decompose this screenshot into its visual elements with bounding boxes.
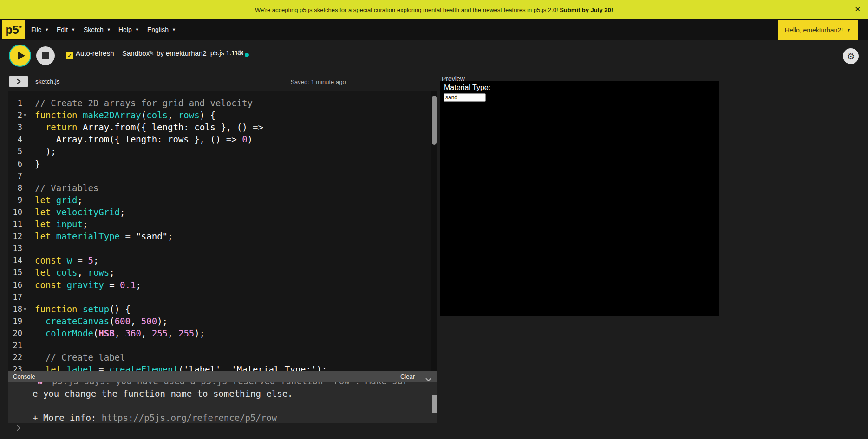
code-editor[interactable]: 1// Create 2D arrays for grid and veloci… <box>8 91 437 371</box>
code-text: let grid; <box>35 194 83 206</box>
more-info-link[interactable]: https://p5js.org/reference/p5/row <box>102 413 277 423</box>
code-line: 2▾function make2DArray(cols, rows) { <box>8 109 437 121</box>
user-menu-label: Hello, emekturhan2! <box>785 26 843 34</box>
code-line: 5 ); <box>8 145 437 157</box>
line-number: 21 <box>8 339 22 351</box>
line-number: 6 <box>8 158 22 170</box>
auto-refresh-label: Auto-refresh <box>76 49 114 57</box>
auto-refresh-checkbox[interactable]: ✓ <box>66 52 73 59</box>
line-number: 11 <box>8 218 22 230</box>
line-number: 22 <box>8 351 22 363</box>
announcement-cta: Submit by July 20! <box>560 6 613 13</box>
console-prompt-icon <box>16 425 20 431</box>
console-input[interactable] <box>16 425 20 433</box>
project-owner[interactable]: by emekturhan2 <box>157 49 207 57</box>
console-title: Console <box>13 373 35 380</box>
menu-label: Sketch <box>84 26 104 33</box>
code-line: 21 <box>8 339 437 351</box>
user-menu-button[interactable]: Hello, emekturhan2! ▼ <box>778 20 858 40</box>
close-icon[interactable]: ✕ <box>855 5 861 13</box>
fold-arrow-icon[interactable]: ▾ <box>24 303 26 315</box>
material-type-label: Material Type: <box>444 84 490 92</box>
line-number: 2 <box>8 109 22 121</box>
code-text: // Variables <box>35 182 98 194</box>
chevron-down-icon: ▼ <box>71 27 75 32</box>
line-number: 12 <box>8 230 22 242</box>
material-type-input[interactable] <box>444 93 486 102</box>
console-more-info-line: + More info: https://p5js.org/reference/… <box>33 412 277 423</box>
code-line: 7 <box>8 170 437 182</box>
menu-help[interactable]: Help▼ <box>118 25 139 34</box>
saved-status: Saved: 1 minute ago <box>269 78 367 85</box>
chevron-down-icon: ▼ <box>135 27 139 32</box>
line-number: 20 <box>8 327 22 339</box>
code-text: createCanvas(600, 500); <box>35 315 168 327</box>
code-line: 15let cols, rows; <box>8 266 437 278</box>
menu-edit[interactable]: Edit▼ <box>57 25 75 34</box>
line-number: 14 <box>8 254 22 266</box>
menu-sketch[interactable]: Sketch▼ <box>84 25 111 34</box>
stop-icon <box>42 52 49 59</box>
console-clear-button[interactable]: Clear <box>400 373 415 380</box>
console-output: ✿ p5.js says: you have used a p5.js rese… <box>8 382 437 423</box>
line-number: 17 <box>8 291 22 303</box>
code-text: return Array.from({ length: cols }, () =… <box>35 121 263 133</box>
code-text: // Create label <box>35 351 125 363</box>
line-number: 8 <box>8 182 22 194</box>
stop-button[interactable] <box>36 46 55 65</box>
line-number: 16 <box>8 279 22 291</box>
code-line: 23 let label = createElement('label', 'M… <box>8 363 437 371</box>
toolbar: ✓ Auto-refresh Sandbox ✎ by emekturhan2 … <box>0 40 868 70</box>
chevron-down-icon: ▼ <box>107 27 111 32</box>
tab-sketch-js[interactable]: sketch.js <box>35 78 60 85</box>
line-number: 9 <box>8 194 22 206</box>
edit-project-name-icon[interactable]: ✎ <box>149 49 154 57</box>
code-line: 19 createCanvas(600, 500); <box>8 315 437 327</box>
pane-divider[interactable] <box>438 70 438 439</box>
code-line: 20 colorMode(HSB, 360, 255, 255); <box>8 327 437 339</box>
console-collapse-icon[interactable] <box>425 375 431 383</box>
settings-button[interactable]: ⚙ <box>843 48 859 64</box>
line-number: 18 <box>8 303 22 315</box>
play-button[interactable] <box>9 45 31 67</box>
code-line: 22 // Create label <box>8 351 437 363</box>
code-line: 13 <box>8 242 437 254</box>
menu-english[interactable]: English▼ <box>147 25 176 34</box>
line-number: 19 <box>8 315 22 327</box>
code-line: 8// Variables <box>8 182 437 194</box>
p5js-web-editor: We're accepting p5.js sketches for a spe… <box>0 0 868 439</box>
code-line: 3 return Array.from({ length: cols }, ()… <box>8 121 437 133</box>
code-text: const gravity = 0.1; <box>35 279 141 291</box>
line-number: 23 <box>8 363 22 371</box>
code-line: 18▾function setup() { <box>8 303 437 315</box>
console-message-clipped: p5.js says: you have used a p5.js reserv… <box>52 382 408 387</box>
sidebar-expand-button[interactable] <box>9 76 28 87</box>
code-text: let label = createElement('label', 'Mate… <box>35 363 327 371</box>
code-text: const w = 5; <box>35 254 98 266</box>
line-number: 1 <box>8 97 22 109</box>
menu-file[interactable]: File▼ <box>31 25 49 34</box>
code-text: let cols, rows; <box>35 266 115 278</box>
chevron-down-icon: ▼ <box>45 27 49 32</box>
version-settings-gear-icon[interactable]: ⚙ <box>237 49 243 57</box>
gear-icon: ⚙ <box>847 51 855 62</box>
announcement-banner: We're accepting p5.js sketches for a spe… <box>0 0 868 19</box>
version-status-dot <box>245 53 249 57</box>
console-scrollbar-thumb[interactable] <box>432 395 437 413</box>
code-text: let velocityGrid; <box>35 206 125 218</box>
line-number: 5 <box>8 145 22 157</box>
code-text: Array.from({ length: rows }, () => 0) <box>35 133 253 145</box>
menu-label: File <box>31 26 42 33</box>
code-line: 14const w = 5; <box>8 254 437 266</box>
chevron-right-icon <box>16 78 21 84</box>
p5-logo[interactable]: p5* <box>2 20 25 39</box>
editor-scrollbar-thumb[interactable] <box>432 96 437 145</box>
fold-arrow-icon[interactable]: ▾ <box>24 109 26 121</box>
project-name[interactable]: Sandbox <box>122 49 150 57</box>
menu-label: Help <box>118 26 132 33</box>
console-message-line: e you change the function name to someth… <box>33 387 293 400</box>
line-number: 4 <box>8 133 22 145</box>
menu-label: Edit <box>57 26 68 33</box>
code-line: 6} <box>8 158 437 170</box>
sketch-canvas[interactable] <box>440 81 719 316</box>
